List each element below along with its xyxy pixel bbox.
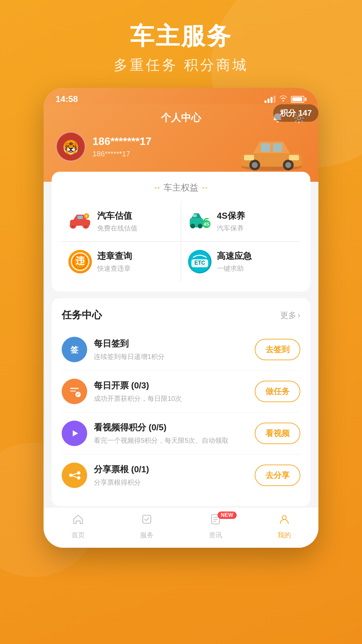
- nav-item-mine[interactable]: 我的: [250, 513, 318, 540]
- checkin-button[interactable]: 去签到: [255, 339, 300, 360]
- open-ticket-icon: ✓: [62, 379, 87, 404]
- nav-mine-label: 我的: [278, 531, 291, 540]
- share-ticket-desc: 分享票根得积分: [94, 477, 248, 487]
- rights-item-highway[interactable]: ETC 高速应急 一键求助: [181, 242, 300, 281]
- watch-video-info: 看视频得积分 (0/5) 看完一个视频得5积分，每天限5次、自动领取: [94, 422, 248, 445]
- task-item-share-ticket: 分享票根 (0/1) 分享票根得积分 去分享: [62, 454, 300, 496]
- highway-desc: 一键求助: [217, 264, 252, 273]
- title-dots-left: • •: [155, 185, 160, 191]
- mine-icon: [278, 513, 291, 529]
- svg-rect-39: [70, 390, 76, 392]
- rights-item-car-valuation[interactable]: ¥ 汽车估值 免费在线估值: [62, 202, 181, 241]
- nav-service-label: 服务: [140, 531, 154, 540]
- svg-text:ETC: ETC: [194, 260, 205, 266]
- svg-text:🐯: 🐯: [63, 141, 78, 156]
- svg-point-9: [252, 162, 258, 168]
- rights-grid: ¥ 汽车估值 免费在线估值: [62, 202, 300, 281]
- avatar: 🐯: [56, 131, 86, 162]
- status-time: 14:58: [56, 94, 78, 104]
- task-item-watch-video: 看视频得积分 (0/5) 看完一个视频得5积分，每天限5次、自动领取 看视频: [62, 413, 300, 454]
- open-ticket-desc: 成功开票获积分，每日限10次: [94, 393, 248, 404]
- main-content: • • 车主权益 • •: [44, 172, 318, 507]
- svg-rect-19: [77, 216, 83, 219]
- open-ticket-button[interactable]: 做任务: [255, 381, 300, 402]
- nav-home-label: 首页: [71, 531, 85, 540]
- open-ticket-name: 每日开票 (0/3): [94, 380, 248, 391]
- car-valuation-text: 汽车估值 免费在线估值: [97, 210, 137, 233]
- highway-text: 高速应急 一键求助: [217, 250, 252, 273]
- svg-rect-23: [193, 214, 197, 217]
- wifi-icon: [279, 95, 288, 104]
- watch-video-button[interactable]: 看视频: [255, 423, 300, 444]
- svg-rect-7: [273, 143, 282, 152]
- watch-video-desc: 看完一个视频得5积分，每天限5次、自动领取: [94, 435, 248, 445]
- violation-name: 违章查询: [97, 250, 132, 262]
- header-nav: 个人中心: [56, 111, 306, 125]
- checkin-icon: 签: [62, 337, 87, 362]
- task-center-header: 任务中心 更多 ›: [62, 308, 300, 322]
- points-badge: 积分 147: [273, 104, 318, 122]
- svg-rect-12: [244, 155, 254, 160]
- highway-icon: ETC: [188, 250, 212, 273]
- svg-text:违: 违: [75, 256, 85, 266]
- battery-icon: [291, 96, 306, 103]
- nav-item-news[interactable]: NEW 资讯: [181, 513, 250, 540]
- svg-text:✓: ✓: [76, 392, 80, 397]
- news-badge: NEW: [218, 512, 237, 519]
- car-rights-label: 车主权益: [164, 182, 198, 194]
- car-valuation-name: 汽车估值: [97, 210, 137, 222]
- phone-mockup: 14:58 个人中心: [44, 88, 318, 548]
- rights-item-violation[interactable]: 违 违章查询 快速查违章: [62, 242, 181, 281]
- share-ticket-name: 分享票根 (0/1): [94, 464, 248, 475]
- svg-text:签: 签: [70, 345, 79, 354]
- svg-point-55: [282, 516, 286, 520]
- status-bar: 14:58: [44, 88, 318, 104]
- svg-point-11: [285, 162, 291, 168]
- car-rights-title: • • 车主权益 • •: [62, 182, 300, 194]
- car-valuation-icon: ¥: [68, 210, 92, 233]
- open-ticket-info: 每日开票 (0/3) 成功开票获积分，每日限10次: [94, 380, 248, 404]
- share-ticket-icon: [62, 463, 87, 488]
- violation-desc: 快速查违章: [97, 264, 132, 273]
- service-icon: [140, 513, 153, 529]
- task-item-daily-open: ✓ 每日开票 (0/3) 成功开票获积分，每日限10次 做任务: [62, 371, 300, 413]
- header-title: 个人中心: [161, 111, 201, 125]
- violation-icon: 违: [68, 250, 92, 273]
- share-ticket-info: 分享票根 (0/1) 分享票根得积分: [94, 464, 248, 487]
- bottom-nav: 首页 服务 NEW 资讯: [44, 507, 318, 548]
- 4s-service-icon: 4S: [188, 210, 212, 233]
- checkin-info: 每日签到 连续签到每日递增1积分: [94, 338, 248, 362]
- rights-item-4s[interactable]: 4S 4S保养 汽车保养: [181, 202, 300, 241]
- svg-rect-50: [143, 515, 151, 523]
- car-illustration: [235, 135, 308, 172]
- svg-rect-13: [289, 155, 299, 160]
- nav-item-service[interactable]: 服务: [112, 513, 181, 540]
- svg-text:¥: ¥: [85, 214, 87, 218]
- car-rights-card: • • 车主权益 • •: [52, 172, 310, 291]
- nav-news-label: 资讯: [209, 531, 222, 540]
- header-area: 个人中心: [44, 104, 318, 182]
- nav-item-home[interactable]: 首页: [44, 513, 112, 540]
- chevron-right-icon: ›: [298, 311, 300, 320]
- task-item-daily-checkin: 签 每日签到 连续签到每日递增1积分 去签到: [62, 329, 300, 371]
- status-icons: [264, 95, 306, 104]
- svg-rect-6: [261, 143, 270, 152]
- task-center-card: 任务中心 更多 › 签 每日签到 连续签到每日递增1积分: [52, 298, 310, 506]
- svg-point-24: [190, 224, 195, 228]
- 4s-service-name: 4S保养: [217, 210, 245, 222]
- svg-text:4S: 4S: [203, 221, 209, 227]
- watch-video-name: 看视频得积分 (0/5): [94, 422, 248, 433]
- checkin-name: 每日签到: [94, 338, 248, 350]
- svg-rect-18: [70, 220, 90, 226]
- highway-name: 高速应急: [217, 250, 252, 262]
- signal-icon: [264, 96, 276, 103]
- share-ticket-button[interactable]: 去分享: [255, 465, 300, 486]
- car-valuation-desc: 免费在线估值: [97, 224, 137, 233]
- home-icon: [72, 513, 84, 529]
- task-center-title: 任务中心: [62, 308, 102, 322]
- title-dots-right: • •: [202, 185, 207, 191]
- points-label: 积分 147: [280, 108, 312, 117]
- checkin-desc: 连续签到每日递增1积分: [94, 352, 248, 362]
- 4s-service-text: 4S保养 汽车保养: [217, 210, 245, 233]
- task-more-link[interactable]: 更多 ›: [280, 310, 300, 321]
